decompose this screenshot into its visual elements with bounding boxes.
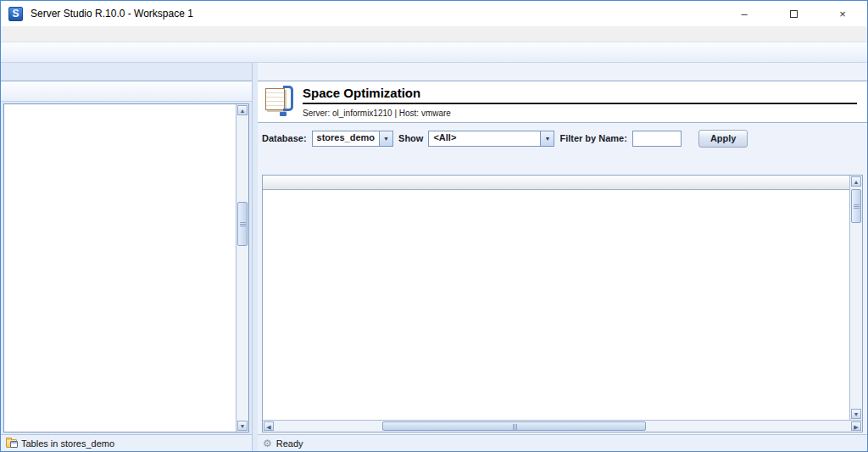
scroll-up-icon[interactable]: ▲ [851,176,861,187]
show-label: Show [398,133,423,143]
object-explorer-panel: ▲ ▼ Tables in stores_demo [1,63,253,451]
show-value: <All> [428,131,540,147]
menubar [1,26,867,42]
table-hscroll-thumb[interactable] [382,421,646,431]
chevron-down-icon[interactable]: ▼ [540,131,554,147]
close-button[interactable]: × [818,1,867,26]
app-window: S Server Studio R.10.0 - Workspace 1 – ×… [0,0,868,452]
main-toolbar [1,42,867,63]
tree-scroll-thumb[interactable] [237,202,248,246]
filter-by-name-input[interactable] [632,131,682,147]
page-title: Space Optimization [303,86,857,104]
right-status-bar: ⚙ Ready [258,434,867,451]
document-tab-bar [258,63,867,81]
titlebar: S Server Studio R.10.0 - Workspace 1 – × [1,1,867,26]
left-status-bar: Tables in stores_demo [1,434,252,451]
space-optimization-icon [264,86,295,114]
tables-and-indexes-content: Database: stores_demo ▼ Show <All> ▼ Fil… [258,123,867,434]
document-header: Space Optimization Server: ol_informix12… [258,81,867,120]
apply-button[interactable]: Apply [698,130,748,148]
window-title: Server Studio R.10.0 - Workspace 1 [31,8,193,20]
minimize-button[interactable]: – [720,1,769,26]
table-horizontal-scrollbar[interactable]: ◀ ▶ [263,420,862,432]
filter-row: Database: stores_demo ▼ Show <All> ▼ Fil… [262,127,863,149]
table-vertical-scrollbar[interactable]: ▲ ▼ [849,176,862,420]
workspace: ▲ ▼ Tables in stores_demo Space Optimiza… [1,63,867,451]
right-status-text: Ready [276,438,303,449]
scroll-left-icon[interactable]: ◀ [264,421,274,431]
gear-icon: ⚙ [263,438,272,449]
scroll-down-icon[interactable]: ▼ [851,409,861,419]
table-scroll-thumb[interactable] [851,189,861,223]
scroll-right-icon[interactable]: ▶ [851,421,861,431]
maximize-button[interactable] [769,1,818,26]
object-explorer-toolbar [1,81,252,102]
show-combobox[interactable]: <All> ▼ [428,131,554,147]
actions-row [262,149,863,175]
left-tab-bar [1,63,252,81]
scroll-down-icon[interactable]: ▼ [237,421,248,431]
left-status-text: Tables in stores_demo [21,438,114,449]
object-tree-container: ▲ ▼ [3,103,249,432]
database-label: Database: [262,133,307,143]
table-header-row [263,176,849,190]
server-host-line: Server: ol_informix1210 | Host: vmware [303,109,860,118]
database-combobox[interactable]: stores_demo ▼ [312,131,393,147]
chevron-down-icon[interactable]: ▼ [379,131,393,147]
objects-table: ▲ ▼ ◀ ▶ [262,175,863,432]
app-logo-icon: S [8,7,23,21]
tree-vertical-scrollbar[interactable]: ▲ ▼ [236,104,248,432]
object-tree [4,104,236,432]
scroll-up-icon[interactable]: ▲ [237,105,248,115]
database-value: stores_demo [312,131,379,147]
document-panel: Space Optimization Server: ol_informix12… [258,63,867,451]
tables-folder-icon [6,439,17,448]
filter-by-name-label: Filter by Name: [559,133,626,143]
